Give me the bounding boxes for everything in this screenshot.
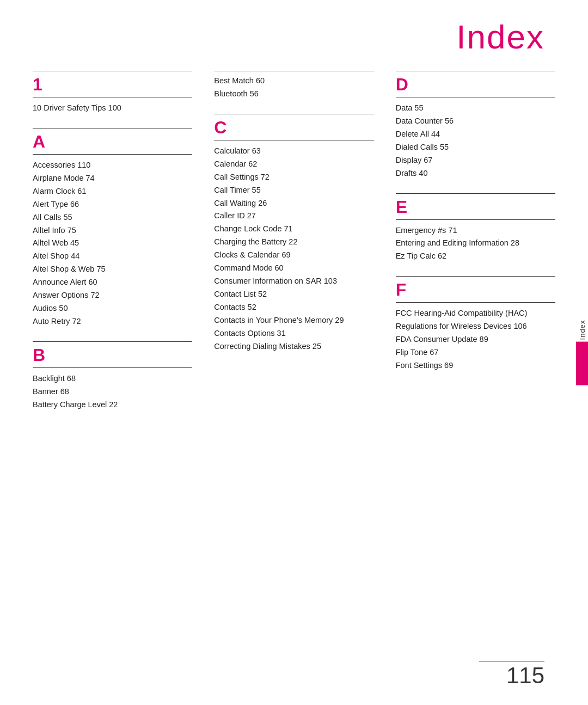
entry-contacts: Contacts 52: [214, 301, 373, 314]
section-e: E Emergency #s 71 Entering and Editing I…: [396, 193, 555, 263]
entry-answer: Answer Options 72: [33, 289, 192, 302]
entry-entering: Entering and Editing Information 28: [396, 237, 555, 250]
entry-altel-shop-web: Altel Shop & Web 75: [33, 263, 192, 276]
entry-alltel-web: Alltel Web 45: [33, 237, 192, 250]
entry-correcting: Correcting Dialing Mistakes 25: [214, 340, 373, 353]
section-letter-e: E: [396, 197, 555, 217]
section-letter: 1: [33, 75, 192, 95]
divider-e: [396, 193, 555, 194]
entry-calculator: Calculator 63: [214, 145, 373, 158]
entry-clocks: Clocks & Calendar 69: [214, 249, 373, 262]
page-title: Index: [456, 17, 544, 56]
entry-backlight: Backlight 68: [33, 372, 192, 385]
section-letter-c: C: [214, 118, 373, 138]
section-1: 1 10 Driver Safety Tips 100: [33, 71, 192, 115]
entry-dialed-calls: Dialed Calls 55: [396, 141, 555, 154]
entry-battery: Battery Charge Level 22: [33, 399, 192, 412]
entry-delete-all: Delete All 44: [396, 128, 555, 141]
column-3: D Data 55 Data Counter 56 Delete All 44 …: [396, 71, 555, 672]
entry-data: Data 55: [396, 102, 555, 115]
entry-contacts-options: Contacts Options 31: [214, 327, 373, 340]
divider-best: [214, 71, 373, 71]
entry-best-match: Best Match 60: [214, 75, 373, 88]
entry-flip-tone: Flip Tone 67: [396, 346, 555, 359]
entry-airplane: Airplane Mode 74: [33, 172, 192, 185]
column-2: Best Match 60 Bluetooth 56 C Calculator …: [214, 71, 373, 672]
section-letter-b: B: [33, 345, 192, 365]
entry-alltel-info: Alltel Info 75: [33, 224, 192, 237]
entry-contact-list: Contact List 52: [214, 288, 373, 301]
divider: [33, 71, 192, 71]
entry-command-mode: Command Mode 60: [214, 262, 373, 275]
section-d: D Data 55 Data Counter 56 Delete All 44 …: [396, 71, 555, 180]
section-letter-f: F: [396, 280, 555, 300]
bottom-divider: [479, 661, 544, 661]
entry-call-timer: Call Timer 55: [214, 184, 373, 197]
content-area: 1 10 Driver Safety Tips 100 A Accessorie…: [33, 71, 555, 672]
entry-all-calls: All Calls 55: [33, 211, 192, 224]
entry-calendar: Calendar 62: [214, 158, 373, 171]
entry-accessories: Accessories 110: [33, 159, 192, 172]
entry-banner: Banner 68: [33, 385, 192, 399]
section-b: B Backlight 68 Banner 68 Battery Charge …: [33, 341, 192, 412]
entry-auto-retry: Auto Retry 72: [33, 315, 192, 328]
letter-divider: [33, 97, 192, 97]
section-best: Best Match 60 Bluetooth 56: [214, 71, 373, 101]
entry-call-settings: Call Settings 72: [214, 171, 373, 184]
divider-f: [396, 276, 555, 277]
entry-alert-type: Alert Type 66: [33, 198, 192, 211]
letter-divider-f: [396, 302, 555, 303]
column-1: 1 10 Driver Safety Tips 100 A Accessorie…: [33, 71, 192, 672]
entry-display: Display 67: [396, 154, 555, 167]
divider-d: [396, 71, 555, 71]
letter-divider-d: [396, 97, 555, 97]
entry-announce: Announce Alert 60: [33, 276, 192, 289]
entry-drafts: Drafts 40: [396, 167, 555, 180]
entry-data-counter: Data Counter 56: [396, 115, 555, 128]
divider: [33, 128, 192, 128]
side-tab-bar: [576, 342, 588, 385]
entry-fcc: FCC Hearing-Aid Compatibility (HAC) Regu…: [396, 307, 555, 333]
entry-fda: FDA Consumer Update 89: [396, 333, 555, 346]
section-f: F FCC Hearing-Aid Compatibility (HAC) Re…: [396, 276, 555, 372]
divider-c: [214, 114, 373, 114]
section-c: C Calculator 63 Calendar 62 Call Setting…: [214, 114, 373, 353]
entry-consumer-info: Consumer Information on SAR 103: [214, 275, 373, 288]
entry-caller-id: Caller ID 27: [214, 210, 373, 223]
section-letter-d: D: [396, 75, 555, 95]
page-number: 115: [506, 663, 544, 689]
letter-divider-e: [396, 219, 555, 220]
entry-font-settings: Font Settings 69: [396, 359, 555, 372]
entry-altel-shop: Altel Shop 44: [33, 250, 192, 263]
entry-audios: Audios 50: [33, 302, 192, 315]
entry: 10 Driver Safety Tips 100: [33, 102, 192, 115]
entry-bluetooth: Bluetooth 56: [214, 88, 373, 101]
side-tab: Index: [576, 320, 588, 385]
entry-contacts-memory: Contacts in Your Phone's Memory 29: [214, 314, 373, 327]
entry-charging: Charging the Battery 22: [214, 236, 373, 249]
section-letter-a: A: [33, 132, 192, 152]
entry-call-waiting: Call Waiting 26: [214, 197, 373, 210]
entry-ez-tip: Ez Tip Calc 62: [396, 250, 555, 263]
section-a: A Accessories 110 Airplane Mode 74 Alarm…: [33, 128, 192, 328]
letter-divider-a: [33, 154, 192, 155]
entry-change-lock: Change Lock Code 71: [214, 223, 373, 236]
divider-b: [33, 341, 192, 342]
letter-divider-c: [214, 140, 373, 140]
entry-alarm: Alarm Clock 61: [33, 185, 192, 198]
letter-divider-b: [33, 367, 192, 368]
entry-emergency: Emergency #s 71: [396, 224, 555, 237]
side-tab-label: Index: [578, 320, 586, 340]
